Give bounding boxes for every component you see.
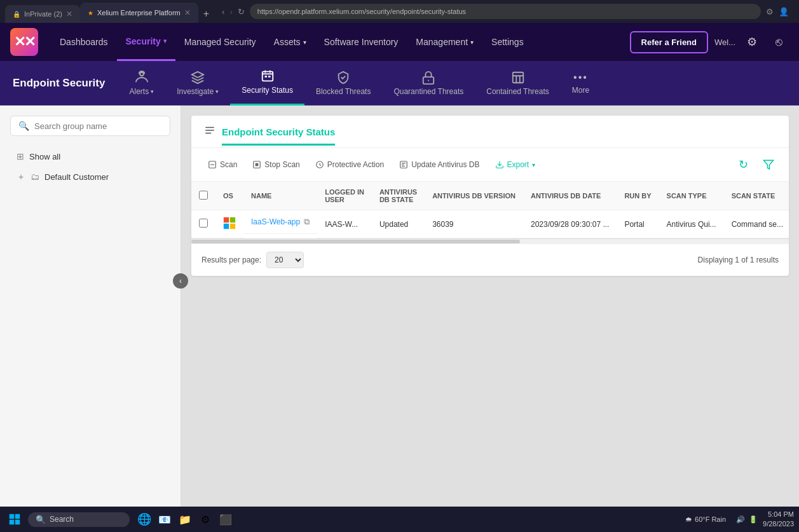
scan-btn[interactable]: Scan — [201, 156, 243, 173]
nav-label-security: Security — [126, 36, 161, 46]
export-chevron: ▾ — [532, 161, 535, 168]
copy-icon[interactable]: ⧉ — [304, 217, 310, 227]
col-run-by: RUN BY — [617, 182, 659, 210]
stop-scan-btn[interactable]: Stop Scan — [246, 156, 306, 173]
svg-rect-20 — [10, 520, 15, 525]
row-checkbox[interactable] — [199, 219, 208, 228]
sidebar-show-all[interactable]: ⊞ Show all — [10, 146, 170, 167]
taskbar-search-icon: 🔍 — [36, 515, 46, 524]
name-link[interactable]: IaaS-Web-app — [251, 217, 300, 226]
extensions-btn[interactable]: ⚙ — [766, 7, 774, 17]
investigate-chevron: ▾ — [215, 88, 219, 95]
data-table: OS NAME LOGGED INUSER ANTIVIRUSDB STATE … — [191, 182, 789, 238]
search-box[interactable]: 🔍 — [10, 116, 170, 136]
nav-item-managed-security[interactable]: Managed Security — [175, 23, 265, 61]
gear-icon[interactable]: ⚙ — [742, 32, 762, 52]
more-dots-icon: ••• — [573, 72, 588, 83]
sec-nav-quarantined-threats[interactable]: Quarantined Threats — [382, 61, 475, 106]
refer-friend-btn[interactable]: Refer a Friend — [630, 31, 708, 53]
table-container: OS NAME LOGGED INUSER ANTIVIRUSDB STATE … — [191, 182, 789, 243]
pagination: Results per page: 10 20 50 100 Displayin… — [191, 243, 789, 276]
app-title: Endpoint Security — [13, 77, 105, 90]
cell-name: IaaS-Web-app ⧉ — [243, 210, 317, 234]
security-chevron: ▾ — [163, 38, 167, 44]
nav-item-security[interactable]: Security ▾ — [117, 23, 175, 61]
panel-icon — [204, 125, 215, 139]
protective-action-btn[interactable]: Protective Action — [309, 156, 390, 173]
sidebar-default-customer[interactable]: + 🗂 Default Customer — [10, 167, 170, 187]
nav-item-assets[interactable]: Assets ▾ — [265, 23, 315, 61]
active-tab-close[interactable]: ✕ — [184, 8, 191, 17]
pagination-left: Results per page: 10 20 50 100 — [201, 252, 304, 268]
export-btn[interactable]: Export ▾ — [489, 156, 542, 173]
alerts-chevron: ▾ — [151, 88, 154, 95]
update-antivirus-btn[interactable]: Update Antivirus DB — [393, 156, 486, 173]
taskbar-app-terminal[interactable]: ⬛ — [216, 510, 235, 526]
sec-nav-alerts[interactable]: Alerts ▾ — [118, 61, 165, 106]
nav-item-software-inventory[interactable]: Software Inventory — [315, 23, 407, 61]
taskbar-app-settings[interactable]: ⚙ — [196, 510, 215, 526]
content-area: Endpoint Security Status Scan Stop Scan — [181, 106, 799, 526]
select-all-checkbox[interactable] — [199, 191, 208, 200]
new-tab-btn[interactable]: + — [198, 5, 214, 23]
sec-nav-investigate[interactable]: Investigate ▾ — [165, 61, 230, 106]
svg-rect-1 — [262, 72, 273, 81]
browser-chrome: 🔒 InPrivate (2) ✕ ★ Xelium Enterprise Pl… — [0, 0, 799, 23]
taskbar-app-edge[interactable]: 🌐 — [135, 510, 154, 526]
taskbar-search-box[interactable]: 🔍 Search — [28, 512, 130, 526]
forward-btn[interactable]: › — [229, 7, 232, 17]
filter-icon[interactable] — [758, 154, 779, 175]
blocked-threats-icon — [336, 71, 350, 85]
taskbar-search-label: Search — [50, 515, 74, 524]
cell-scan-type: Antivirus Qui... — [659, 210, 724, 238]
svg-marker-13 — [764, 160, 774, 169]
cell-os — [215, 210, 243, 238]
nav-item-management[interactable]: Management ▾ — [407, 23, 482, 61]
show-all-label: Show all — [29, 152, 60, 161]
logo[interactable]: ✕✕ — [10, 28, 38, 56]
col-logged-in-user: LOGGED INUSER — [317, 182, 372, 210]
reload-btn[interactable]: ↻ — [238, 7, 245, 17]
cell-scan-state: Command se... — [724, 210, 789, 238]
sec-nav-blocked-threats[interactable]: Blocked Threats — [304, 61, 383, 106]
svg-rect-21 — [15, 520, 20, 525]
protective-action-icon — [315, 160, 324, 169]
per-page-label: Results per page: — [201, 256, 261, 264]
profile-btn[interactable]: 👤 — [779, 7, 789, 17]
blocked-threats-label: Blocked Threats — [316, 87, 371, 96]
main-area: 🔍 ⊞ Show all + 🗂 Default Customer ‹ — [0, 106, 799, 526]
show-all-icon: ⊞ — [17, 151, 24, 161]
battery-icon[interactable]: 🔋 — [749, 515, 758, 524]
col-antivirus-db-date: ANTIVIRUS DB DATE — [523, 182, 617, 210]
refresh-icon[interactable]: ↻ — [733, 154, 753, 175]
nav-item-settings[interactable]: Settings — [482, 23, 533, 61]
secondary-nav: Endpoint Security Alerts ▾ Investigate ▾ — [0, 61, 799, 106]
sec-nav-more[interactable]: ••• More — [561, 61, 601, 106]
toolbar-right: ↻ — [733, 154, 779, 175]
back-btn[interactable]: ‹ — [222, 7, 224, 17]
cell-antivirus-db-date: 2023/09/28 09:30:07 ... — [523, 210, 617, 238]
taskbar-app-mail[interactable]: 📧 — [155, 510, 174, 526]
alerts-icon — [135, 71, 149, 85]
nav-item-dashboards[interactable]: Dashboards — [51, 23, 117, 61]
taskbar-app-files[interactable]: 📁 — [175, 510, 195, 526]
address-bar[interactable]: https://opendr.platform.xelium.com/secur… — [250, 4, 761, 19]
sec-nav-contained-threats[interactable]: Contained Threats — [475, 61, 561, 106]
per-page-select[interactable]: 10 20 50 100 — [266, 252, 304, 268]
cell-antivirus-db-state: Updated — [372, 210, 425, 238]
alerts-label: Alerts ▾ — [129, 87, 154, 96]
svg-rect-16 — [224, 224, 229, 229]
nav-items: Dashboards Security ▾ Managed Security A… — [51, 23, 630, 61]
scan-icon — [208, 160, 217, 169]
search-input[interactable] — [34, 121, 162, 131]
tab-close[interactable]: ✕ — [66, 10, 72, 18]
logout-icon[interactable]: ⎋ — [768, 32, 789, 52]
scan-label: Scan — [220, 160, 237, 169]
scroll-indicator[interactable] — [191, 238, 789, 243]
browser-tab-active[interactable]: ★ Xelium Enterprise Platform ✕ — [80, 3, 198, 23]
windows-start-icon[interactable] — [5, 510, 24, 526]
sec-nav-security-status[interactable]: Security Status — [230, 61, 304, 106]
svg-rect-9 — [256, 163, 259, 167]
network-icon[interactable]: 🔊 — [736, 515, 745, 524]
browser-tab[interactable]: 🔒 InPrivate (2) ✕ — [5, 5, 80, 23]
